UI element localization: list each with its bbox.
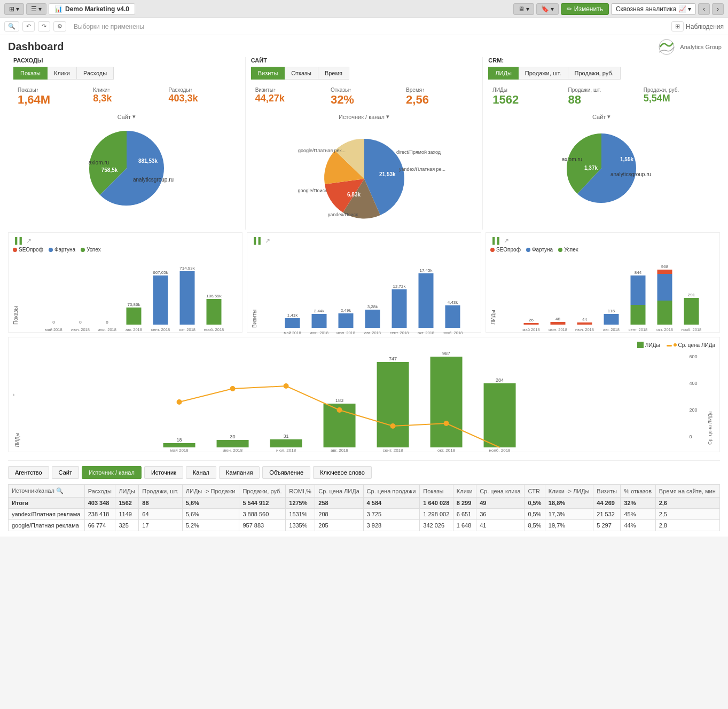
svg-rect-64 <box>604 314 619 325</box>
second-toolbar-right: ⊞ Наблюдения <box>671 21 724 31</box>
svg-text:окт. 2018: окт. 2018 <box>656 327 673 332</box>
tab-pokazy[interactable]: Показы <box>13 67 48 80</box>
cell-romi-yandex: 1531% <box>286 509 315 520</box>
filter-icon-btn[interactable]: 🔍 <box>4 21 19 31</box>
display-btn[interactable]: 🖥 ▾ <box>513 3 534 15</box>
filter-tab-istochnik[interactable]: Источник <box>144 466 183 479</box>
col-prodazhi-rub: Продажи, руб. <box>239 485 286 498</box>
tab-prodazhi-sht[interactable]: Продажи, шт. <box>519 67 568 80</box>
svg-rect-66 <box>631 275 646 305</box>
change-button[interactable]: ✏ Изменить <box>561 3 608 15</box>
metric-prodazhi-rub: Продажи, руб. 5,54M <box>639 85 715 109</box>
observations-label[interactable]: Наблюдения <box>686 23 724 30</box>
lidy-chart-wrap: ЛИДы 18 30 31 <box>14 351 715 447</box>
svg-text:968: 968 <box>661 264 669 269</box>
cell-name-totals: Итоги <box>9 498 85 509</box>
pencil-icon: ✏ <box>567 5 572 13</box>
tab-rashody[interactable]: Расходы <box>77 67 114 80</box>
tab-otkazy[interactable]: Отказы <box>285 67 318 80</box>
cell-prodazhi-rub-yandex: 3 888 560 <box>239 509 286 520</box>
bar-icon-rashody[interactable]: ▐▐ <box>13 237 22 245</box>
svg-text:google/Платная рек...: google/Платная рек... <box>298 148 346 153</box>
legend-lidy-dot <box>637 342 644 348</box>
rashody-metrics: Показы↑ 1,64M Клики↑ 8,3k Расходы↑ 403,3… <box>13 85 240 109</box>
cell-lidy-google: 325 <box>115 520 139 531</box>
tab-kliki[interactable]: Клики <box>48 67 77 80</box>
filter-tab-kampaniya[interactable]: Кампания <box>219 466 260 479</box>
svg-text:3,28k: 3,28k <box>367 304 379 309</box>
legend-dot-green <box>81 248 85 252</box>
cell-avg-sale-yandex: 3 725 <box>363 509 420 520</box>
cell-otkazy-yandex: 45% <box>621 509 655 520</box>
cell-avg-klik-totals: 49 <box>476 498 525 509</box>
line-icon-crm[interactable]: ↗ <box>504 237 509 245</box>
rashody-pie-area: Сайт ▾ axiom.ru analyticsgroup.ru <box>13 113 240 208</box>
line-icon-site[interactable]: ↗ <box>265 237 270 245</box>
svg-rect-86 <box>270 439 302 447</box>
bar-icon-site[interactable]: ▐▐ <box>252 237 261 245</box>
svg-text:31: 31 <box>284 434 289 439</box>
prev-btn[interactable]: ‹ <box>698 3 710 15</box>
next-btn[interactable]: › <box>712 3 724 15</box>
dropdown-arrow: ▾ <box>16 5 19 13</box>
rashody-section: РАСХОДЫ Показы Клики Расходы Показы↑ 1,6… <box>8 57 246 230</box>
tab-lidy[interactable]: ЛИДы <box>488 67 518 80</box>
filter-tab-site[interactable]: Сайт <box>52 466 79 479</box>
filter-tab-klyuchevoe[interactable]: Ключевое слово <box>313 466 372 479</box>
second-toolbar: 🔍 ↶ ↷ ⚙ Выборки не применены ⊞ Наблюдени… <box>0 18 728 35</box>
line-icon-rashody[interactable]: ↗ <box>26 237 32 245</box>
search-icon[interactable]: 🔍 <box>56 487 64 494</box>
col-otkazy: % отказов <box>621 485 655 498</box>
cell-vizity-yandex: 21 532 <box>593 509 621 520</box>
col-ctr: CTR <box>525 485 545 498</box>
svg-point-99 <box>337 407 342 413</box>
rashody-y-label: Показы <box>13 255 19 325</box>
chart-type-icons-site: ▐▐ ↗ <box>252 237 476 245</box>
cell-prodazhi-totals: 88 <box>139 498 183 509</box>
cell-prodazhi-google: 17 <box>139 520 183 531</box>
redo-btn[interactable]: ↷ <box>38 21 50 31</box>
grid-icon-btn[interactable]: ⊞ <box>671 21 684 31</box>
cell-avg-lidy-yandex: 208 <box>315 509 363 520</box>
crm-bar-svg: 26 48 44 116 <box>498 255 715 325</box>
settings-btn[interactable]: ⚙ <box>53 21 66 31</box>
filter-tab-agentstvo[interactable]: Агентство <box>8 466 49 479</box>
svg-point-97 <box>230 386 236 391</box>
svg-text:май 2018: май 2018 <box>284 330 301 335</box>
list-view-btn[interactable]: ☰ ▾ <box>26 3 46 15</box>
analytics-logo-icon <box>656 37 677 56</box>
metric-prodazhi-sht: Продажи, шт. 88 <box>564 85 639 109</box>
filter-tab-obyavlenie[interactable]: Объявление <box>262 466 310 479</box>
cell-ctr-totals: 0,5% <box>525 498 545 509</box>
filter-tab-istochnik-kanal[interactable]: Источник / канал <box>82 466 142 479</box>
svg-text:48: 48 <box>555 317 560 321</box>
bookmark-btn[interactable]: 🔖 ▾ <box>536 3 559 15</box>
rashody-tabs: Показы Клики Расходы <box>13 67 240 80</box>
analytics-arrow: ▾ <box>688 5 691 13</box>
legend-uspeh-crm: Успех <box>558 247 578 253</box>
crm-legend: SEOпроф Фартуна Успех <box>490 247 715 253</box>
lidy-bar-svg: 18 30 31 183 747 <box>22 351 689 447</box>
undo-btn[interactable]: ↶ <box>22 21 35 31</box>
analytics-button[interactable]: Сквозная аналитика 📈 ▾ <box>611 3 696 15</box>
chart-icon: 📊 <box>54 5 62 13</box>
svg-rect-26 <box>180 271 195 325</box>
tab-vremya[interactable]: Время <box>318 67 349 80</box>
metric-vremya: Время↑ 2,56 <box>402 85 477 109</box>
legend-fartuna-crm: Фартуна <box>526 247 553 253</box>
list-icon: ☰ <box>31 5 37 13</box>
main-content: Dashboard РАСХОДЫ Показы Клики Расходы П… <box>0 35 728 537</box>
cell-otkazy-google: 44% <box>621 520 655 531</box>
tab-prodazhi-rub[interactable]: Продажи, руб. <box>568 67 621 80</box>
site-chart-selector[interactable]: Источник / канал ▾ <box>339 113 389 120</box>
tab-vizity[interactable]: Визиты <box>251 67 285 80</box>
crm-chart-selector[interactable]: Сайт ▾ <box>592 113 610 120</box>
filter-tab-kanal[interactable]: Канал <box>186 466 216 479</box>
nav-back-btn[interactable]: ⊞ ▾ <box>4 3 24 15</box>
bar-icon-crm[interactable]: ▐▐ <box>490 237 499 245</box>
svg-rect-69 <box>657 270 672 274</box>
bookmark-icon: 🔖 <box>541 5 549 13</box>
svg-text:1,41k: 1,41k <box>287 313 299 318</box>
rashody-chart-selector[interactable]: Сайт ▾ <box>118 113 136 120</box>
site-tabs: Визиты Отказы Время <box>251 67 477 80</box>
